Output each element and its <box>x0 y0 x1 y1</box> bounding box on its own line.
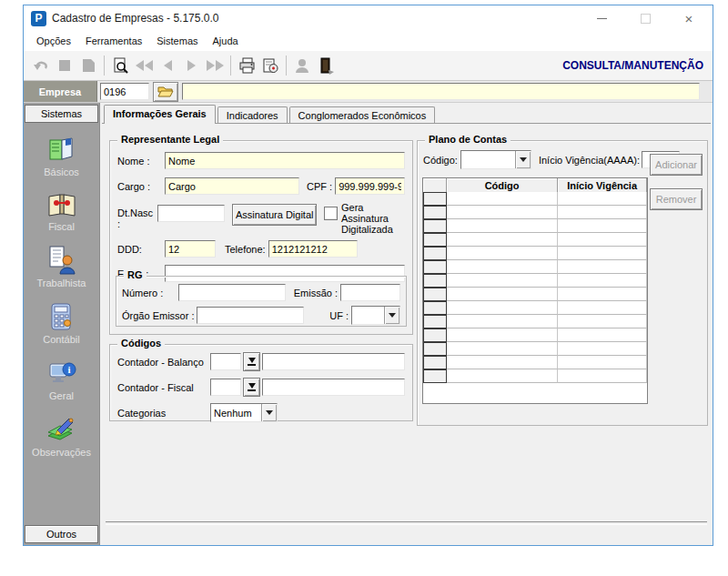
sidebar-item-trabalhista[interactable]: Trabalhista <box>36 245 86 288</box>
tab-indicadores[interactable]: Indicadores <box>217 106 288 124</box>
menu-item-opcoes[interactable]: Opções <box>29 34 78 48</box>
next-record-icon <box>187 60 196 71</box>
table-cell-codigo <box>447 315 558 328</box>
sidebar-item-observacoes[interactable]: Observações <box>32 414 91 458</box>
lookup-down-arrow-icon <box>248 383 256 389</box>
ddd-input[interactable] <box>165 240 216 258</box>
group-title: Representante Legal <box>117 134 223 145</box>
contador-fiscal-lookup-button[interactable] <box>243 378 260 397</box>
table-cell-inicio-vigencia <box>558 192 647 206</box>
next-record-button[interactable] <box>179 55 203 76</box>
company-code-input[interactable] <box>100 83 149 100</box>
svg-text:i: i <box>67 364 70 375</box>
table-row-header[interactable] <box>423 247 447 260</box>
nome-input[interactable] <box>165 152 405 169</box>
sidebar-item-contabil[interactable]: Contábil <box>43 301 79 345</box>
maximize-icon <box>641 14 651 24</box>
cpf-input[interactable] <box>335 177 405 195</box>
print-icon <box>238 56 256 75</box>
chevron-down-icon <box>520 157 527 162</box>
user-button[interactable] <box>290 55 314 76</box>
table-row-header[interactable] <box>423 233 447 247</box>
rg-orgao-input[interactable] <box>197 307 304 324</box>
adicionar-button[interactable]: Adicionar <box>650 154 703 176</box>
telefone-input[interactable] <box>268 240 358 258</box>
stop-button[interactable] <box>53 55 76 76</box>
sidebar-item-geral[interactable]: i Geral <box>46 358 77 401</box>
tab-page-informacoes-gerais: Representante Legal Nome : Cargo : CPF :… <box>102 123 711 543</box>
sidebar-outros-button[interactable]: Outros <box>25 525 98 543</box>
undo-button[interactable] <box>29 55 53 76</box>
report-button[interactable] <box>258 55 282 76</box>
table-row-header[interactable] <box>423 301 447 315</box>
bottom-divider <box>106 521 707 525</box>
app-logo-icon: P <box>31 11 46 26</box>
tab-informacoes-gerais[interactable]: Informações Gerais <box>104 105 216 124</box>
table-row-header[interactable] <box>423 274 447 288</box>
table-row-header[interactable] <box>423 328 447 342</box>
table-row-header[interactable] <box>423 260 447 274</box>
table-cell-inicio-vigencia <box>558 274 647 288</box>
print-button[interactable] <box>235 55 258 76</box>
dtnasc-input[interactable] <box>157 205 225 222</box>
tab-conglomerados[interactable]: Conglomerados Econômicos <box>289 106 436 124</box>
last-record-button[interactable] <box>203 55 227 76</box>
menu-item-sistemas[interactable]: Sistemas <box>149 34 205 48</box>
table-cell-inicio-vigencia <box>558 356 647 369</box>
rg-emissao-input[interactable] <box>340 284 400 301</box>
dropdown-button[interactable] <box>515 151 531 168</box>
remover-button[interactable]: Remover <box>650 188 703 210</box>
menu-item-ferramentas[interactable]: Ferramentas <box>78 34 149 48</box>
table-row-header[interactable] <box>423 369 447 383</box>
contador-balanco-name-field[interactable] <box>262 353 405 370</box>
minimize-icon <box>597 18 607 19</box>
company-name-field[interactable] <box>182 83 700 100</box>
contador-balanco-code-input[interactable] <box>210 353 241 370</box>
dropdown-button[interactable] <box>261 404 277 421</box>
contador-fiscal-name-field[interactable] <box>262 379 405 396</box>
table-row-header[interactable] <box>423 342 447 356</box>
assinatura-digital-button[interactable]: Assinatura Digital <box>232 204 317 226</box>
maximize-button[interactable] <box>640 13 651 24</box>
table-row-header[interactable] <box>423 192 447 206</box>
rg-uf-dropdown[interactable] <box>351 306 400 325</box>
table-row-header[interactable] <box>423 219 447 233</box>
table-cell-codigo <box>447 356 558 369</box>
cargo-input[interactable] <box>165 177 299 195</box>
worker-document-icon <box>46 245 76 276</box>
sidebar-item-basicos[interactable]: Básicos <box>44 136 79 177</box>
previous-record-button[interactable] <box>156 55 179 76</box>
plano-codigo-dropdown[interactable] <box>460 150 531 169</box>
contador-fiscal-code-input[interactable] <box>210 379 241 396</box>
rg-numero-input[interactable] <box>178 284 286 301</box>
gera-assinatura-checkbox[interactable] <box>324 207 338 220</box>
previous-record-icon <box>164 60 172 71</box>
user-icon <box>293 56 311 75</box>
open-company-button[interactable] <box>153 82 178 102</box>
exit-icon <box>317 56 335 75</box>
sidebar-item-fiscal[interactable]: Fiscal <box>46 190 77 232</box>
toolbar-separator <box>230 56 231 76</box>
table-row-header[interactable] <box>423 356 447 369</box>
dropdown-button[interactable] <box>384 307 399 324</box>
toolbar: CONSULTA/MANUTENÇÃO <box>24 51 713 81</box>
contador-balanco-label: Contador - Balanço <box>117 357 210 368</box>
categorias-dropdown[interactable]: Nenhum <box>210 403 278 422</box>
table-row-header[interactable] <box>423 315 447 328</box>
table-row-header[interactable] <box>423 206 447 219</box>
save-button[interactable] <box>76 55 100 76</box>
minimize-button[interactable] <box>596 13 607 24</box>
close-icon: × <box>685 11 693 26</box>
close-button[interactable]: × <box>683 13 694 24</box>
sidebar-sistemas-button[interactable]: Sistemas <box>25 105 98 123</box>
rg-orgao-label: Órgão Emissor : <box>122 310 197 321</box>
first-record-button[interactable] <box>132 55 156 76</box>
contador-balanco-lookup-button[interactable] <box>243 352 260 371</box>
print-preview-button[interactable] <box>108 55 132 76</box>
exit-button[interactable] <box>314 55 338 76</box>
table-cell-inicio-vigencia <box>558 219 647 233</box>
toolbar-separator <box>104 56 105 76</box>
menu-item-ajuda[interactable]: Ajuda <box>206 34 246 48</box>
table-row-header[interactable] <box>423 288 447 301</box>
plano-de-contas-table: Código Início Vigência <box>422 177 648 404</box>
